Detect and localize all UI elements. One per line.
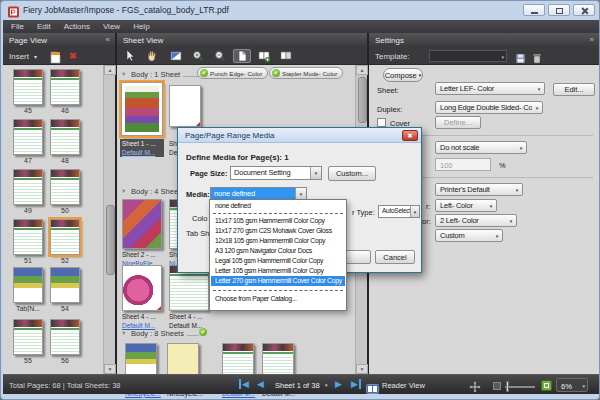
scrollbar-thumb[interactable]: [106, 205, 115, 275]
scroll-up-icon[interactable]: ▲: [104, 65, 116, 75]
page-thumbnail[interactable]: [50, 267, 80, 303]
media-option-paper-catalog[interactable]: Choose from Paper Catalog...: [211, 294, 345, 304]
chevron-down-icon: ▾: [486, 203, 496, 209]
dialog-title: Page/Page Range Media: [185, 131, 274, 140]
page-content-view-icon[interactable]: [233, 49, 251, 63]
scale-percent-input[interactable]: 100: [435, 158, 491, 171]
page-thumbnail-tab[interactable]: [13, 267, 43, 303]
page-size-combo[interactable]: Document Setting ▾: [230, 166, 322, 180]
template-label: Template:: [375, 52, 410, 61]
define-cover-button[interactable]: Define...: [435, 116, 481, 129]
sheet-label[interactable]: Sheet 1 - ... Default M...: [120, 139, 164, 157]
first-sheet-icon[interactable]: ◀: [239, 379, 249, 389]
zoom-slider-track[interactable]: [505, 386, 535, 388]
finishing-media-combo[interactable]: Printer's Default ▾: [435, 183, 523, 196]
section-collapse-icon[interactable]: ▼: [121, 330, 126, 336]
section-collapse-icon[interactable]: ▼: [121, 188, 126, 194]
maximize-button[interactable]: [548, 4, 570, 16]
stapler-combo[interactable]: Left- Color ▾: [435, 199, 497, 212]
cover-checkbox[interactable]: [377, 118, 386, 127]
page-thumbnail[interactable]: [13, 219, 43, 255]
scroll-down-icon[interactable]: ▼: [104, 364, 116, 374]
next-sheet-icon[interactable]: ▶: [335, 379, 342, 389]
mask-tool-icon[interactable]: [167, 49, 185, 63]
template-combo[interactable]: ▾: [429, 50, 507, 62]
custom-page-size-button[interactable]: Custom...: [328, 166, 376, 181]
delete-page-icon[interactable]: ✖: [69, 51, 77, 61]
paper-type-combo[interactable]: AutoSelect ▾: [378, 205, 420, 218]
punch-edge-badge[interactable]: ✔ Punch Edge- Color: [197, 67, 268, 79]
media-option[interactable]: Legal 105 gsm Hammermill Color Copy: [211, 256, 345, 266]
page-thumbnail[interactable]: [13, 319, 43, 355]
page-thumbnail[interactable]: [50, 69, 80, 105]
sheet-thumbnail[interactable]: [169, 85, 201, 127]
media-option[interactable]: none defined: [211, 201, 345, 211]
media-option[interactable]: Letter 105 gsm Hammermill Color Copy: [211, 266, 345, 276]
zoom-small-icon[interactable]: [493, 382, 501, 390]
menu-actions[interactable]: Actions: [64, 22, 90, 31]
media-option-selected[interactable]: Letter 270 gsm Hammermill Cover Color Co…: [211, 276, 345, 286]
zoom-slider-handle[interactable]: [506, 381, 509, 392]
zoom-fit-icon[interactable]: [541, 380, 552, 391]
imposition-layout-icon[interactable]: [277, 49, 295, 63]
menu-edit[interactable]: Edit: [37, 22, 51, 31]
page-thumbnail[interactable]: [13, 69, 43, 105]
edit-sheet-button[interactable]: Edit...: [553, 83, 595, 96]
reader-view-button[interactable]: Reader View: [382, 381, 425, 390]
media-option[interactable]: A3 120 gsm Navigator Colour Docs: [211, 246, 345, 256]
page-thumbnail[interactable]: [50, 169, 80, 205]
page-thumbnail[interactable]: [13, 169, 43, 205]
punch-combo[interactable]: 2 Left- Color ▾: [435, 214, 517, 227]
page-thumbnail[interactable]: [50, 319, 80, 355]
punch-label-fragment: or:: [422, 217, 431, 226]
prev-sheet-icon[interactable]: ◀: [257, 379, 264, 389]
expand-panel-icon[interactable]: »: [590, 35, 594, 44]
sheet-nav-text[interactable]: Sheet 1 of 38: [275, 381, 320, 390]
menu-file[interactable]: File: [11, 22, 24, 31]
scale-combo[interactable]: Do not scale ▾: [435, 141, 527, 154]
duplex-combo[interactable]: Long Edge Double Sided- Color ▾: [435, 101, 543, 114]
scrollbar-thumb[interactable]: [358, 77, 367, 123]
page-thumbnail[interactable]: [13, 119, 43, 155]
dialog-close-button[interactable]: ✖: [402, 130, 418, 141]
fold-combo[interactable]: Custom ▾: [435, 229, 503, 242]
chevron-down-icon: ▾: [410, 206, 419, 217]
section-line: [183, 76, 199, 77]
reader-view-icon[interactable]: [366, 380, 379, 398]
media-option[interactable]: 12x18 105 gsm Hammermill Color Copy: [211, 236, 345, 246]
menu-help[interactable]: Help: [133, 22, 149, 31]
menu-view[interactable]: View: [103, 22, 120, 31]
sheet-setting-combo[interactable]: Letter LEF- Color ▾: [435, 82, 545, 95]
imposition-add-icon[interactable]: [255, 49, 273, 63]
minimize-button[interactable]: [523, 4, 545, 16]
compose-menu-button[interactable]: Compose ▾: [383, 68, 423, 82]
sheet-thumbnail-selected[interactable]: [121, 82, 163, 136]
sheet-thumbnail[interactable]: [122, 199, 162, 249]
dialog-title-bar[interactable]: Page/Page Range Media ✖: [178, 128, 421, 143]
section-header-body-8[interactable]: ▼ Body : 8 Sheets: [121, 328, 361, 340]
insert-dropdown-icon[interactable]: ▾: [34, 53, 37, 60]
section-collapse-icon[interactable]: ▼: [121, 71, 126, 77]
select-tool-icon[interactable]: [121, 49, 139, 63]
zoom-out-icon[interactable]: [211, 49, 229, 63]
last-sheet-icon[interactable]: ▶: [351, 379, 361, 389]
page-thumbnail[interactable]: [50, 119, 80, 155]
sheet-media-link[interactable]: Default M...: [122, 149, 162, 158]
sheet-nav-dropdown-icon[interactable]: ▾: [325, 382, 328, 388]
media-option[interactable]: 11x17 105 gsm Hammermill Color Copy: [211, 216, 345, 226]
stapler-mode-badge[interactable]: ✔ Stapler Mode- Color: [269, 67, 343, 79]
zoom-level-combo[interactable]: 6% ▾: [556, 378, 588, 392]
page-view-scrollbar[interactable]: ▲ ▼: [103, 65, 115, 374]
pan-tool-icon[interactable]: [143, 49, 161, 63]
zoom-in-icon[interactable]: [189, 49, 207, 63]
insert-button[interactable]: Insert: [9, 52, 29, 61]
close-button[interactable]: [573, 4, 595, 16]
media-option[interactable]: 11x17 270 gsm C2S Mohawk Cover Gloss: [211, 226, 345, 236]
page-thumbnail-selected[interactable]: [50, 219, 80, 255]
cancel-button[interactable]: Cancel: [375, 250, 415, 264]
pan-fit-icon[interactable]: [469, 379, 481, 397]
sheet-thumbnail[interactable]: [122, 265, 162, 311]
collapse-panel-icon[interactable]: «: [106, 35, 110, 44]
scroll-down-icon[interactable]: ▼: [356, 364, 368, 374]
scroll-up-icon[interactable]: ▲: [356, 65, 368, 75]
